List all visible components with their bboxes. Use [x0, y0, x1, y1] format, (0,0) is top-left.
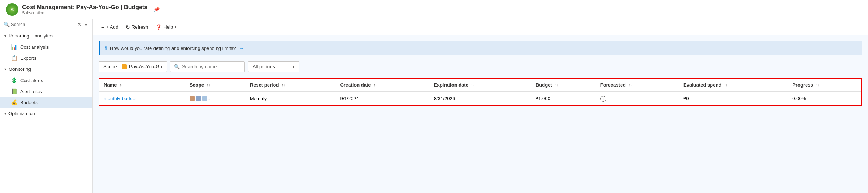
- cost-analysis-icon: 📊: [11, 44, 17, 50]
- cell-evaluated-spend: ¥0: [679, 92, 788, 105]
- sidebar-search-bar: 🔍 ✕ «: [0, 19, 92, 30]
- refresh-icon: ↻: [126, 24, 130, 30]
- col-reset-period: Reset period ↑↓: [246, 79, 336, 92]
- sidebar-item-cost-analysis[interactable]: 📊 Cost analysis: [0, 41, 92, 52]
- info-text: How would you rate defining and enforcin…: [110, 45, 236, 51]
- chevron-down-icon: ▾: [4, 34, 6, 38]
- chevron-down-monitoring-icon: ▾: [4, 67, 6, 71]
- add-icon: +: [101, 24, 104, 30]
- table-container: Name ↑↓ Scope ↑↓ Reset period ↑↓: [99, 78, 862, 106]
- sidebar-section-reporting: ▾ Reporting + analytics 📊 Cost analysis …: [0, 30, 92, 63]
- sidebar-section-reporting-label: Reporting + analytics: [8, 33, 53, 39]
- info-arrow-icon[interactable]: →: [239, 45, 244, 51]
- header-subtitle: Subscription: [22, 11, 147, 15]
- sidebar-item-cost-alerts-label: Cost alerts: [20, 78, 43, 83]
- sidebar-item-budgets[interactable]: 💰 Budgets: [0, 97, 92, 108]
- scope-value: Pay-As-You-Go: [129, 64, 162, 69]
- sort-budget-icon[interactable]: ↑↓: [555, 84, 558, 87]
- sidebar-section-reporting-header[interactable]: ▾ Reporting + analytics: [0, 30, 92, 41]
- col-name: Name ↑↓: [99, 79, 185, 92]
- cell-budget: ¥1,000: [531, 92, 596, 105]
- sort-forecasted-icon[interactable]: ↑↓: [629, 84, 632, 87]
- scope-color-2: [196, 96, 201, 101]
- info-icon: ℹ: [105, 45, 107, 52]
- header-title-main: Cost Management: Pay-As-You-Go | Budgets: [22, 4, 147, 11]
- sidebar-item-cost-analysis-label: Cost analysis: [20, 44, 49, 50]
- budgets-table: Name ↑↓ Scope ↑↓ Reset period ↑↓: [99, 79, 861, 105]
- sidebar-close-button[interactable]: ✕: [76, 21, 82, 28]
- cell-creation-date: 9/1/2024: [336, 92, 429, 105]
- table-header-row: Name ↑↓ Scope ↑↓ Reset period ↑↓: [99, 79, 861, 92]
- cell-reset-period: Monthly: [246, 92, 336, 105]
- help-button[interactable]: ❓ Help ▾: [153, 22, 179, 32]
- scope-dot: .: [208, 96, 210, 101]
- col-creation-date: Creation date ↑↓: [336, 79, 429, 92]
- toolbar: + + Add ↻ Refresh ❓ Help ▾: [93, 19, 868, 35]
- search-filter-icon: 🔍: [174, 64, 180, 69]
- col-scope: Scope ↑↓: [185, 79, 246, 92]
- help-label: Help: [163, 24, 173, 30]
- sidebar-item-cost-alerts[interactable]: 💲 Cost alerts: [0, 75, 92, 86]
- scope-label: Scope :: [103, 64, 119, 69]
- header: $ Cost Management: Pay-As-You-Go | Budge…: [0, 0, 868, 19]
- sidebar-collapse-button[interactable]: «: [84, 21, 89, 28]
- sidebar-item-alert-rules[interactable]: 📗 Alert rules: [0, 86, 92, 97]
- sidebar-section-monitoring-label: Monitoring: [8, 66, 31, 72]
- sort-expiration-date-icon[interactable]: ↑↓: [471, 84, 475, 87]
- scope-button[interactable]: Scope : Pay-As-You-Go: [99, 61, 167, 72]
- sidebar: 🔍 ✕ « ▾ Reporting + analytics 📊 Cost ana…: [0, 19, 93, 193]
- alert-rules-icon: 📗: [11, 88, 17, 94]
- cell-scope: .: [185, 92, 246, 105]
- help-icon: ❓: [156, 24, 162, 30]
- sidebar-item-alert-rules-label: Alert rules: [20, 89, 42, 94]
- sort-evaluated-spend-icon[interactable]: ↑↓: [724, 84, 728, 87]
- scope-icon: [122, 64, 127, 69]
- refresh-button[interactable]: ↻ Refresh: [123, 22, 151, 32]
- search-by-name-input[interactable]: [182, 64, 241, 69]
- scope-color-1: [190, 96, 195, 101]
- cost-alerts-icon: 💲: [11, 77, 17, 83]
- col-forecasted: Forecasted ↑↓: [596, 79, 679, 92]
- search-filter[interactable]: 🔍: [170, 61, 245, 72]
- cell-expiration-date: 8/31/2026: [429, 92, 531, 105]
- exports-icon: 📋: [11, 55, 17, 61]
- sidebar-section-monitoring: ▾ Monitoring 💲 Cost alerts 📗 Alert rules…: [0, 63, 92, 108]
- period-label: All periods: [253, 64, 275, 69]
- help-chevron-icon: ▾: [175, 25, 176, 29]
- sort-name-icon[interactable]: ↑↓: [119, 84, 123, 87]
- sidebar-item-exports-label: Exports: [20, 55, 36, 61]
- sidebar-section-optimization-label: Optimization: [8, 111, 35, 116]
- table-row: monthly-budget . Monthly: [99, 92, 861, 105]
- period-dropdown[interactable]: All periods ▾: [248, 61, 299, 72]
- sidebar-section-optimization-header[interactable]: ▾ Optimization: [0, 108, 92, 119]
- sidebar-search-input[interactable]: [11, 22, 75, 27]
- cell-name: monthly-budget: [99, 92, 185, 105]
- sort-scope-icon[interactable]: ↑↓: [207, 84, 210, 87]
- add-button[interactable]: + + Add: [99, 22, 121, 32]
- budget-name-link[interactable]: monthly-budget: [104, 96, 137, 101]
- sort-progress-icon[interactable]: ↑↓: [816, 84, 819, 87]
- cell-progress: 0.00%: [788, 92, 861, 105]
- cell-forecasted: i: [596, 92, 679, 105]
- col-expiration-date: Expiration date ↑↓: [429, 79, 531, 92]
- refresh-label: Refresh: [132, 24, 149, 30]
- budgets-icon: 💰: [11, 99, 17, 105]
- sort-creation-date-icon[interactable]: ↑↓: [374, 84, 377, 87]
- scope-color-3: [202, 96, 207, 101]
- more-button[interactable]: ...: [165, 6, 174, 13]
- sidebar-section-monitoring-header[interactable]: ▾ Monitoring: [0, 63, 92, 75]
- sort-reset-period-icon[interactable]: ↑↓: [282, 84, 285, 87]
- col-budget: Budget ↑↓: [531, 79, 596, 92]
- chevron-right-icon: ▾: [4, 112, 6, 116]
- sidebar-item-exports[interactable]: 📋 Exports: [0, 52, 92, 63]
- pin-button[interactable]: 📌: [151, 6, 162, 13]
- col-evaluated-spend: Evaluated spend ↑↓: [679, 79, 788, 92]
- content-area: ℹ How would you rate defining and enforc…: [93, 35, 868, 193]
- sidebar-item-budgets-label: Budgets: [20, 100, 38, 105]
- search-icon: 🔍: [4, 22, 10, 27]
- col-progress: Progress ↑↓: [788, 79, 861, 92]
- filters-row: Scope : Pay-As-You-Go 🔍 All periods ▾: [99, 61, 862, 72]
- header-titles: Cost Management: Pay-As-You-Go | Budgets…: [22, 4, 147, 15]
- info-circle-icon[interactable]: i: [600, 96, 606, 102]
- period-chevron-icon: ▾: [293, 65, 294, 69]
